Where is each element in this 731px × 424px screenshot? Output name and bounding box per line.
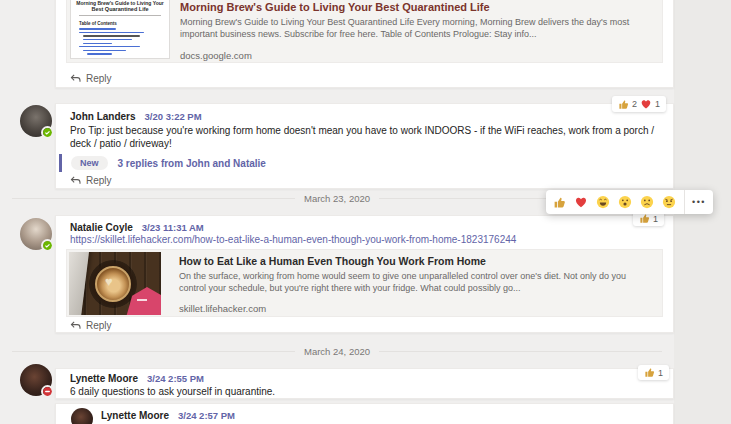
reply-button[interactable]: Reply bbox=[70, 320, 112, 331]
link-preview-desc: Morning Brew's Guide to Living Your Best… bbox=[180, 16, 664, 40]
author-name: John Landers bbox=[70, 111, 136, 122]
thumb-count: 1 bbox=[658, 368, 663, 378]
thumbs-up-icon bbox=[644, 367, 655, 378]
avatar-natalie-coyle[interactable] bbox=[20, 218, 52, 250]
author-name: Lynette Moore bbox=[101, 410, 169, 421]
avatar-lynette-moore-small[interactable] bbox=[71, 408, 93, 424]
reactions-pill-john[interactable]: 2 1 bbox=[612, 96, 666, 112]
author-name: Natalie Coyle bbox=[70, 222, 133, 233]
thumbs-up-icon[interactable] bbox=[553, 196, 566, 209]
link-preview-domain: docs.google.com bbox=[180, 50, 664, 61]
latte-art: ♥ bbox=[105, 274, 113, 289]
thumb-count: 2 bbox=[632, 99, 637, 109]
reply-label: Reply bbox=[86, 320, 112, 331]
angry-emoji-icon[interactable] bbox=[662, 195, 676, 209]
teams-chat-region: Morning Brew's Guide to Living Your Best… bbox=[0, 0, 731, 424]
avatar-john-landers[interactable] bbox=[20, 105, 52, 137]
reaction-picker: ••• bbox=[546, 190, 713, 214]
message-card-partial: Morning Brew's Guide to Living Your Best… bbox=[55, 0, 674, 88]
heart-icon bbox=[640, 98, 652, 110]
reply-button[interactable]: Reply bbox=[70, 73, 112, 84]
presence-dnd-icon bbox=[41, 385, 54, 398]
more-reactions-button[interactable]: ••• bbox=[684, 190, 706, 214]
reply-arrow-icon bbox=[70, 321, 81, 330]
message-timestamp: 3/24 2:55 PM bbox=[147, 373, 204, 384]
coffee-thumbnail: ♥ bbox=[69, 252, 161, 315]
author-name: Lynette Moore bbox=[70, 373, 138, 384]
date-divider-label: March 24, 2020 bbox=[304, 346, 370, 357]
reactions-pill-lynette[interactable]: 1 bbox=[638, 365, 669, 380]
message-link[interactable]: https://skillet.lifehacker.com/how-to-ea… bbox=[70, 234, 516, 245]
link-preview-title[interactable]: Morning Brew's Guide to Living Your Best… bbox=[180, 1, 664, 13]
link-preview-domain: skillet.lifehacker.com bbox=[179, 303, 653, 314]
date-divider-march-24: March 24, 2020 bbox=[12, 346, 662, 357]
message-card-lynette-reply: Lynette Moore3/24 2:57 PM bbox=[55, 403, 674, 424]
message-text: 6 daily questions to ask yourself in qua… bbox=[70, 385, 670, 398]
surprised-emoji-icon[interactable] bbox=[618, 195, 632, 209]
message-card-lynette: Lynette Moore3/24 2:55 PM 6 daily questi… bbox=[55, 368, 674, 399]
reply-button[interactable]: Reply bbox=[70, 175, 112, 186]
new-replies-badge: New bbox=[71, 156, 108, 170]
thumbs-up-icon bbox=[639, 213, 650, 224]
presence-available-icon bbox=[41, 126, 54, 139]
doc-thumb-title: Best Quarantined Life bbox=[71, 6, 169, 12]
laugh-emoji-icon[interactable] bbox=[596, 195, 610, 209]
replies-summary-link[interactable]: 3 replies from John and Natalie bbox=[118, 158, 266, 169]
link-preview-desc: On the surface, working from home would … bbox=[179, 270, 653, 294]
heart-count: 1 bbox=[655, 99, 660, 109]
avatar-lynette-moore[interactable] bbox=[20, 364, 52, 396]
link-preview-title[interactable]: How to Eat Like a Human Even Though You … bbox=[179, 255, 653, 267]
link-preview-docs[interactable]: Morning Brew's Guide to Living Your Best… bbox=[66, 0, 663, 63]
sad-emoji-icon[interactable] bbox=[640, 195, 654, 209]
message-text: Pro Tip: just because you're working for… bbox=[70, 124, 674, 150]
link-preview-skillet[interactable]: ♥ How to Eat Like a Human Even Though Yo… bbox=[66, 249, 663, 317]
message-card-john: John Landers3/20 3:22 PM Pro Tip: just b… bbox=[55, 103, 674, 189]
thread-expand-row[interactable]: New 3 replies from John and Natalie bbox=[59, 154, 266, 172]
message-timestamp: 3/23 11:31 AM bbox=[142, 222, 204, 233]
reply-arrow-icon bbox=[70, 176, 81, 185]
presence-available-icon bbox=[41, 239, 54, 252]
message-timestamp: 3/24 2:57 PM bbox=[178, 410, 235, 421]
thumb-count: 1 bbox=[653, 214, 658, 224]
message-card-natalie: Natalie Coyle3/23 11:31 AM https://skill… bbox=[55, 215, 674, 333]
thumbs-up-icon bbox=[618, 99, 629, 110]
message-timestamp: 3/20 3:22 PM bbox=[145, 111, 202, 122]
reply-label: Reply bbox=[86, 73, 112, 84]
doc-thumb-toc: Table of Contents bbox=[79, 21, 169, 26]
heart-icon[interactable] bbox=[574, 195, 588, 209]
doc-thumbnail: Morning Brew's Guide to Living Your Best… bbox=[70, 0, 170, 59]
reply-arrow-icon bbox=[70, 74, 81, 83]
reply-label: Reply bbox=[86, 175, 112, 186]
date-divider-label: March 23, 2020 bbox=[304, 193, 370, 204]
